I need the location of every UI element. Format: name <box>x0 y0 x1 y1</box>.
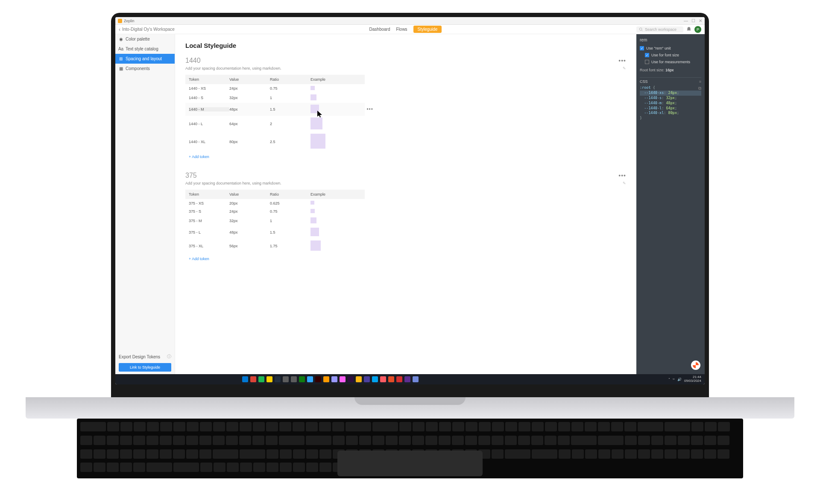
token-ratio: 0.625 <box>270 201 310 205</box>
column-header: Ratio <box>270 192 310 196</box>
taskbar-app-icon[interactable] <box>315 376 321 382</box>
token-value: 56px <box>229 244 270 248</box>
window-titlebar: Zeplin — ☐ ✕ <box>115 17 705 25</box>
laptop-notch <box>354 397 466 405</box>
column-header: Value <box>229 192 270 196</box>
taskbar-app-icon[interactable] <box>258 376 264 382</box>
sidebar-item-text[interactable]: AaText style catalog <box>115 44 175 54</box>
code-line: :root { <box>640 85 701 91</box>
section-more-icon[interactable]: ••• <box>618 57 626 64</box>
code-line: --1440-m: 48px; <box>640 101 701 106</box>
taskbar-app-icon[interactable] <box>380 376 386 382</box>
edit-icon[interactable]: ✎ <box>623 66 626 70</box>
token-value: 24px <box>229 209 270 214</box>
clock[interactable]: 21:44 05/03/2024 <box>684 375 701 383</box>
help-button[interactable] <box>691 360 700 370</box>
token-ratio: 1.5 <box>270 107 310 111</box>
taskbar-app-icon[interactable] <box>266 376 272 382</box>
token-example <box>310 201 366 205</box>
add-token-button[interactable]: + Add token <box>185 257 626 261</box>
taskbar-app-icon[interactable] <box>291 376 297 382</box>
token-row[interactable]: 375 - XS 20px 0.625 <box>185 199 365 207</box>
export-tokens[interactable]: Export Design Tokens ⓘ <box>119 352 171 361</box>
sidebar-item-palette[interactable]: ◉Color palette <box>115 34 175 44</box>
taskbar-app-icon[interactable] <box>340 376 346 382</box>
sidebar: ◉Color paletteAaText style catalog⊞Spaci… <box>115 34 175 374</box>
use-measurements-checkbox[interactable]: Use for measurements <box>645 60 701 64</box>
link-styleguide-button[interactable]: Link to Styleguide <box>119 363 171 372</box>
wifi-icon[interactable]: ⌔ <box>673 378 675 381</box>
taskbar-app-icon[interactable] <box>242 376 248 382</box>
token-value: 64px <box>229 122 270 126</box>
token-name: 1440 - XL <box>189 140 229 144</box>
token-value: 32px <box>229 96 270 100</box>
sidebar-item-components[interactable]: ▦Components <box>115 64 175 73</box>
add-token-button[interactable]: + Add token <box>185 155 626 159</box>
minimize-icon[interactable]: — <box>684 18 688 23</box>
token-example <box>310 86 366 91</box>
help-icon <box>693 362 699 368</box>
token-row[interactable]: 1440 - XS 24px 0.75 <box>185 84 365 93</box>
maximize-icon[interactable]: ☐ <box>691 18 695 23</box>
token-example <box>310 240 366 252</box>
code-line: } <box>640 116 701 121</box>
taskbar-app-icon[interactable] <box>372 376 378 382</box>
sidebar-item-label: Spacing and layout <box>126 56 162 61</box>
tray-chevron-icon[interactable]: ˄ <box>668 378 670 381</box>
token-name: 375 - L <box>189 230 229 234</box>
nav-flows[interactable]: Flows <box>396 27 407 32</box>
section-more-icon[interactable]: ••• <box>618 172 626 179</box>
taskbar-app-icon[interactable] <box>283 376 289 382</box>
close-icon[interactable]: ✕ <box>699 18 702 23</box>
token-value: 48px <box>229 230 270 234</box>
search-input[interactable]: Search workspace <box>636 26 683 32</box>
taskbar-app-icon[interactable] <box>348 376 354 382</box>
row-more-icon[interactable]: ••• <box>366 106 373 112</box>
taskbar-app-icon[interactable] <box>307 376 313 382</box>
taskbar-app-icon[interactable] <box>396 376 402 382</box>
laptop-trackpad <box>337 451 483 476</box>
nav-styleguide[interactable]: Styleguide <box>413 26 442 33</box>
token-row[interactable]: 375 - XL 56px 1.75 <box>185 239 365 253</box>
code-options-icon[interactable]: ≡ <box>699 79 701 84</box>
app-name: Zeplin <box>124 19 135 23</box>
taskbar-app-icon[interactable] <box>250 376 256 382</box>
use-font-checkbox[interactable]: ✓ Use for font size <box>645 53 701 57</box>
edit-icon[interactable]: ✎ <box>623 181 626 185</box>
page-title: Local Styleguide <box>185 42 626 49</box>
taskbar-app-icon[interactable] <box>413 376 419 382</box>
code-block[interactable]: ⧉ :root { --1440-xs: 24px; --1440-s: 32p… <box>640 85 701 121</box>
token-row[interactable]: 1440 - L 64px 2 <box>185 116 365 132</box>
token-row[interactable]: 375 - M 32px 1 <box>185 216 365 226</box>
token-row[interactable]: 1440 - XL 80px 2.5 <box>185 132 365 151</box>
code-language[interactable]: CSS <box>640 79 648 84</box>
section-description: Add your spacing documentation here, usi… <box>185 66 281 70</box>
notifications-icon[interactable] <box>686 26 692 32</box>
token-row[interactable]: 375 - S 24px 0.75 <box>185 207 365 216</box>
checkbox-icon: ✓ <box>645 53 649 57</box>
token-row[interactable]: 1440 - M 48px 1.5 ••• <box>185 103 365 116</box>
use-rem-checkbox[interactable]: ✓ Use "rem" unit <box>640 46 701 50</box>
volume-icon[interactable]: 🔊 <box>677 378 682 381</box>
copy-icon[interactable]: ⧉ <box>698 85 701 91</box>
column-header: Example <box>310 192 366 196</box>
token-row[interactable]: 1440 - S 32px 1 <box>185 93 365 103</box>
taskbar-app-icon[interactable] <box>404 376 410 382</box>
token-row[interactable]: 375 - L 48px 1.5 <box>185 226 365 239</box>
back-icon[interactable]: ‹ <box>119 26 120 32</box>
nav-dashboard[interactable]: Dashboard <box>369 27 390 32</box>
taskbar-app-icon[interactable] <box>275 376 281 382</box>
sidebar-item-spacing[interactable]: ⊞Spacing and layout <box>115 54 175 64</box>
section-description: Add your spacing documentation here, usi… <box>185 181 281 185</box>
code-line: --1440-xl: 80px; <box>640 111 701 116</box>
avatar[interactable]: P <box>694 26 701 33</box>
table-header: TokenValueRatioExample <box>185 75 365 84</box>
taskbar-app-icon[interactable] <box>364 376 370 382</box>
taskbar-app-icon[interactable] <box>299 376 305 382</box>
taskbar-app-icon[interactable] <box>356 376 362 382</box>
column-header: Example <box>310 77 366 82</box>
taskbar-app-icon[interactable] <box>323 376 329 382</box>
taskbar-app-icon[interactable] <box>331 376 337 382</box>
taskbar-app-icon[interactable] <box>388 376 394 382</box>
workspace-name[interactable]: Into-Digital Oy's Workspace <box>122 27 175 32</box>
